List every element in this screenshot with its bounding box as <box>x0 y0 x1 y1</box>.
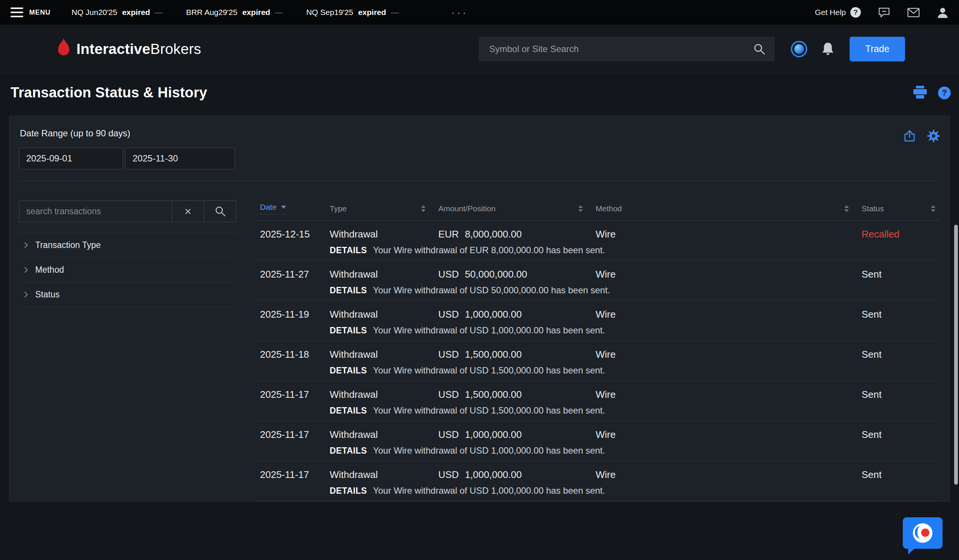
filter-group-label: Status <box>35 290 60 300</box>
panel-header: Date Range (up to 90 days) <box>19 127 940 169</box>
cell-type: Withdrawal <box>330 309 438 320</box>
transaction-search: × <box>19 200 236 222</box>
cell-type: Withdrawal <box>330 429 438 441</box>
amount-currency: USD <box>438 469 459 480</box>
table-row[interactable]: 2025-11-17 Withdrawal USD 1,000,000.00 W… <box>255 421 940 461</box>
chat-widget-logo-icon <box>913 523 932 543</box>
details-text: Your Wire withdrawal of USD 1,500,000.00… <box>373 405 605 415</box>
table-row[interactable]: 2025-11-17 Withdrawal USD 1,500,000.00 W… <box>255 381 940 421</box>
header-icons <box>790 40 835 58</box>
page-help-icon[interactable]: ? <box>938 86 951 99</box>
details-text: Your Wire withdrawal of USD 1,500,000.00… <box>373 365 605 375</box>
scrollbar-thumb[interactable] <box>954 225 958 485</box>
chevron-right-icon <box>22 267 28 273</box>
trade-button[interactable]: Trade <box>850 37 905 61</box>
cell-method: Wire <box>596 309 862 320</box>
menu-button[interactable]: MENU <box>11 8 51 17</box>
table-row[interactable]: 2025-11-18 Withdrawal USD 1,500,000.00 W… <box>255 341 940 381</box>
table-row[interactable]: 2025-11-19 Withdrawal USD 1,000,000.00 W… <box>255 301 940 341</box>
table-row[interactable]: 2025-12-15 Withdrawal EUR 8,000,000.00 W… <box>255 221 940 261</box>
page-title-actions: ? <box>913 86 951 100</box>
amount-currency: USD <box>438 429 459 441</box>
date-from-input[interactable] <box>19 148 123 169</box>
cell-date: 2025-11-19 <box>260 309 330 320</box>
cell-method: Wire <box>596 469 862 480</box>
filter-group-label: Transaction Type <box>35 240 101 250</box>
panel-actions <box>903 130 940 142</box>
user-icon[interactable] <box>937 7 948 18</box>
column-header-amount[interactable]: Amount/Position <box>438 204 596 213</box>
date-range-inputs <box>19 148 235 169</box>
amount-value: 8,000,000.00 <box>465 229 522 240</box>
cell-method: Wire <box>596 429 862 441</box>
support-chat-widget[interactable] <box>903 517 943 549</box>
cell-status: Sent <box>862 389 940 401</box>
print-icon[interactable] <box>913 86 927 100</box>
cell-amount: USD 1,000,000.00 <box>438 469 596 480</box>
ibot-icon[interactable] <box>790 40 808 58</box>
cell-method: Wire <box>596 349 862 360</box>
ticker-symbol: NQ Sep19'25 <box>306 8 353 17</box>
get-help-label: Get Help <box>815 8 846 17</box>
cell-type: Withdrawal <box>330 229 438 240</box>
column-header-type[interactable]: Type <box>330 204 438 213</box>
ticker-value: — <box>155 8 163 17</box>
date-to-input[interactable] <box>126 148 235 169</box>
menu-label: MENU <box>29 9 51 16</box>
cell-method: Wire <box>596 269 862 280</box>
ticker-strip: NQ Jun20'25 expired — BRR Aug29'25 expir… <box>72 8 399 17</box>
settings-gear-icon[interactable] <box>927 130 940 142</box>
details-label: DETAILS <box>330 446 367 455</box>
cell-date: 2025-11-17 <box>260 429 330 441</box>
search-icon[interactable] <box>754 43 765 55</box>
ticker-item[interactable]: NQ Sep19'25 expired — <box>306 8 398 17</box>
details-label: DETAILS <box>330 245 367 255</box>
site-search-input[interactable] <box>489 43 754 55</box>
column-header-status[interactable]: Status <box>862 204 940 213</box>
top-bar: MENU NQ Jun20'25 expired — BRR Aug29'25 … <box>0 0 959 25</box>
page-title: Transaction Status & History <box>11 85 207 101</box>
ticker-item[interactable]: NQ Jun20'25 expired — <box>72 8 163 17</box>
brand-logo[interactable]: InteractiveBrokers <box>56 38 201 60</box>
cell-status: Sent <box>862 309 940 320</box>
ticker-symbol: NQ Jun20'25 <box>72 8 117 17</box>
notifications-bell-icon[interactable] <box>821 42 835 56</box>
mail-icon[interactable] <box>907 8 920 17</box>
cell-date: 2025-11-27 <box>260 269 330 280</box>
sort-icon <box>844 205 849 212</box>
ticker-value: — <box>275 8 283 17</box>
amount-value: 1,000,000.00 <box>465 429 522 441</box>
export-icon[interactable] <box>903 130 916 142</box>
clear-search-button[interactable]: × <box>172 201 204 222</box>
ticker-item[interactable]: BRR Aug29'25 expired — <box>186 8 283 17</box>
search-icon <box>215 206 226 216</box>
transaction-search-input[interactable] <box>19 201 172 222</box>
table-row[interactable]: 2025-11-17 Withdrawal USD 1,000,000.00 W… <box>255 461 940 501</box>
chat-icon[interactable] <box>878 7 890 18</box>
page-title-row: Transaction Status & History ? <box>0 73 959 101</box>
table-row[interactable]: 2025-11-27 Withdrawal USD 50,000,000.00 … <box>255 261 940 301</box>
ticker-overflow-button[interactable]: ··· <box>451 6 468 19</box>
column-header-date[interactable]: Date <box>260 203 330 214</box>
filter-list: Transaction Type Method Status <box>19 232 236 307</box>
column-header-method[interactable]: Method <box>596 204 862 213</box>
date-range-label: Date Range (up to 90 days) <box>20 128 235 138</box>
cell-status: Sent <box>862 429 940 441</box>
sort-icon <box>931 205 935 212</box>
amount-value: 50,000,000.00 <box>465 269 527 280</box>
help-question-icon: ? <box>851 7 861 18</box>
cell-amount: EUR 8,000,000.00 <box>438 229 596 240</box>
filters-sidebar: × Transaction Type Method <box>19 181 236 501</box>
amount-value: 1,500,000.00 <box>465 389 522 401</box>
details-text: Your Wire withdrawal of USD 1,000,000.00… <box>373 485 605 496</box>
filter-group[interactable]: Status <box>19 282 236 307</box>
details-label: DETAILS <box>330 285 367 295</box>
table-body: 2025-12-15 Withdrawal EUR 8,000,000.00 W… <box>255 221 940 501</box>
filter-group[interactable]: Transaction Type <box>19 233 236 258</box>
search-submit-button[interactable] <box>204 201 236 222</box>
amount-currency: USD <box>438 269 459 280</box>
cell-type: Withdrawal <box>330 469 438 480</box>
filter-group[interactable]: Method <box>19 258 236 282</box>
get-help-button[interactable]: Get Help ? <box>815 7 861 18</box>
topbar-actions: Get Help ? <box>815 7 948 18</box>
